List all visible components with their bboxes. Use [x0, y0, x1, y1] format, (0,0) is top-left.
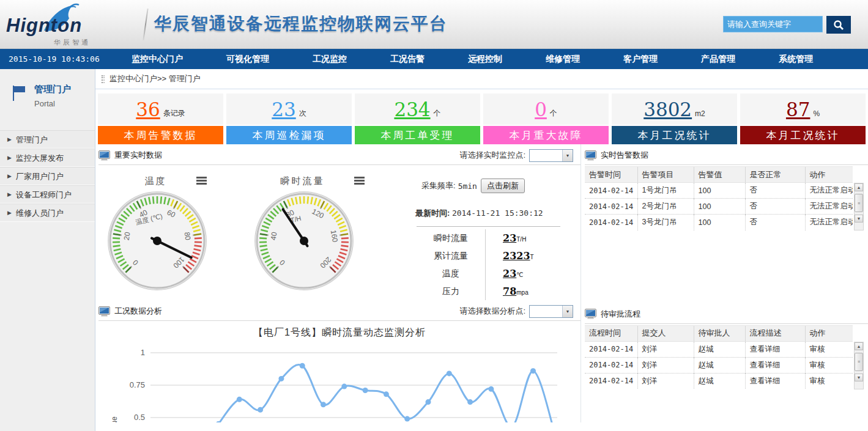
table-cell: 赵城: [694, 341, 745, 357]
metric-row-3: 压力78mpa: [417, 282, 560, 300]
latest-time-label: 最新时间:: [415, 208, 450, 218]
table-cell: 3号龙门吊: [637, 215, 694, 230]
realtime-section-header: 重要实时数据 请选择实时监控点: ▼: [98, 146, 581, 165]
svg-text:1: 1: [141, 348, 145, 357]
analysis-point-select[interactable]: ▼: [529, 305, 573, 318]
hamburger-menu-icon[interactable]: [354, 177, 365, 186]
data-table: 流程时间提交人待审批人流程描述动作2014-02-14刘洋赵城查看详细审核201…: [585, 325, 853, 389]
sidebar-item-1[interactable]: ▶监控大屏发布: [0, 149, 95, 167]
stat-label: 本月重大故障: [483, 126, 609, 144]
data-table: 告警时间告警项目告警值是否正常动作2014-02-141号龙门吊100否无法正常…: [585, 166, 853, 230]
temperature-gauge: 020406080100温度 (℃): [106, 190, 209, 292]
approval-section-title: 待审批流程: [601, 309, 640, 320]
sidebar-portal-header: 管理门户 Portal: [0, 69, 95, 114]
scrollbar[interactable]: ▲≡▼: [854, 342, 864, 389]
nav-item-4[interactable]: 远程控制: [468, 54, 502, 65]
nav-item-1[interactable]: 可视化管理: [226, 54, 269, 65]
table-header-row: 流程时间提交人待审批人流程描述动作: [585, 325, 853, 341]
scroll-down-icon[interactable]: ▼: [855, 374, 863, 381]
nav-item-7[interactable]: 产品管理: [701, 54, 735, 65]
metric-unit: ℃: [516, 271, 523, 278]
svg-text:80: 80: [182, 231, 192, 241]
search-button[interactable]: [826, 16, 851, 34]
analysis-point-select-label: 请选择数据分析点:: [459, 306, 525, 317]
metric-row-0: 瞬时流量23T/H: [417, 229, 560, 247]
scrollbar-thumb[interactable]: ≡: [855, 353, 863, 371]
metric-label: 瞬时流量: [417, 233, 485, 244]
sidebar-item-3[interactable]: ▶设备工程师门户: [0, 185, 95, 204]
column-header: 是否正常: [745, 167, 805, 183]
stat-card-4[interactable]: 3802m2本月工况统计: [612, 94, 737, 144]
sidebar-item-2[interactable]: ▶厂家用户门户: [0, 167, 95, 185]
table-row[interactable]: 2014-02-142号龙门吊100否无法正常启动: [585, 199, 853, 215]
table-row[interactable]: 2014-02-141号龙门吊100否无法正常启动: [585, 183, 853, 199]
table-row[interactable]: 2014-02-14刘洋赵城查看详细审核: [585, 373, 853, 389]
metric-value: 23: [503, 232, 516, 244]
monitor-point-select[interactable]: ▼: [529, 149, 573, 162]
chart-title: 【电厂1号线】瞬时流量动态监测分析: [98, 326, 581, 339]
table-row[interactable]: 2014-02-14刘洋赵城查看详细审核: [585, 341, 853, 357]
stat-value-area: 3802m2: [612, 94, 737, 125]
metric-label: 压力: [417, 286, 485, 297]
nav-item-8[interactable]: 系统管理: [779, 54, 813, 65]
column-header: 动作: [805, 167, 853, 183]
stat-unit: 次: [299, 108, 306, 119]
table-cell: 赵城: [694, 357, 745, 373]
nav-items: 监控中心门户可视化管理工况监控工况告警远程控制维修管理客户管理产品管理系统管理: [132, 54, 868, 65]
stat-value-area: 0个: [483, 94, 609, 125]
metric-row-2: 温度23℃: [417, 265, 560, 282]
scrollbar-thumb[interactable]: ≡: [855, 194, 863, 212]
table-row[interactable]: 2014-02-14刘洋赵城查看详细审核: [585, 357, 853, 373]
metric-value-wrap: 78mpa: [485, 282, 529, 300]
stat-card-1[interactable]: 23次本周巡检漏项: [226, 94, 352, 144]
hamburger-menu-icon[interactable]: [196, 177, 207, 186]
scrollbar[interactable]: ▲≡▼: [854, 183, 864, 230]
breadcrumb[interactable]: 监控中心门户>> 管理门户: [95, 69, 868, 89]
nav-item-2[interactable]: 工况监控: [313, 54, 347, 65]
table-cell: 查看详细: [745, 373, 805, 389]
search-input[interactable]: [723, 16, 823, 32]
scroll-down-icon[interactable]: ▼: [855, 215, 863, 223]
scroll-up-icon[interactable]: ▲: [855, 183, 863, 191]
monitor-icon: [585, 150, 596, 161]
metrics-list: 瞬时流量23T/H累计流量2323T温度23℃压力78mpa: [417, 226, 560, 300]
top-header: Hignton 华辰智通 华辰智通设备远程监控物联网云平台: [0, 0, 868, 49]
nav-item-5[interactable]: 维修管理: [546, 54, 580, 65]
stat-unit: 个: [434, 108, 441, 119]
nav-timestamp: 2015-10-19 10:43:06: [0, 54, 132, 64]
table-cell: 刘洋: [637, 357, 694, 373]
logo: Hignton 华辰智通: [6, 4, 144, 46]
table-cell: 无法正常启动: [805, 183, 853, 199]
nav-item-3[interactable]: 工况告警: [390, 54, 425, 65]
stat-card-5[interactable]: 87%本月工况统计: [740, 94, 866, 144]
sidebar-item-label: 维修人员门户: [16, 208, 64, 218]
nav-item-0[interactable]: 监控中心门户: [132, 54, 183, 65]
monitor-point-select-value: [530, 150, 562, 161]
sidebar-item-4[interactable]: ▶维修人员门户: [0, 204, 95, 222]
metric-value: 2323: [503, 250, 530, 262]
gauge-temperature: 温度 020406080100温度 (℃): [106, 172, 245, 300]
stat-card-3[interactable]: 0个本月重大故障: [483, 94, 609, 144]
dropdown-arrow-icon[interactable]: ▼: [562, 306, 573, 317]
stat-card-2[interactable]: 234个本周工单受理: [355, 94, 480, 144]
metric-value-wrap: 23℃: [485, 265, 524, 282]
table-cell: 查看详细: [745, 357, 805, 373]
refresh-button[interactable]: 点击刷新: [481, 179, 525, 193]
scroll-up-icon[interactable]: ▲: [855, 342, 863, 350]
dropdown-arrow-icon[interactable]: ▼: [562, 150, 573, 161]
right-column: 实时告警数据 告警时间告警项目告警值是否正常动作2014-02-141号龙门吊1…: [581, 144, 868, 422]
table-cell: 2014-02-14: [585, 183, 637, 199]
realtime-values-panel: 采集频率: 5min 点击刷新 最新时间: 2014-11-21 15:30:1…: [392, 172, 581, 300]
stat-value-area: 87%: [740, 94, 866, 125]
stat-card-0[interactable]: 36条记录本周告警数据: [98, 94, 223, 144]
sidebar-item-0[interactable]: ▶管理门户: [0, 130, 95, 149]
stat-value: 23: [272, 98, 295, 120]
column-header: 流程描述: [745, 325, 805, 341]
freq-label: 采集频率:: [421, 180, 456, 191]
flow-gauge: 04080120160200T/H: [253, 190, 355, 292]
stat-unit: 条记录: [163, 108, 185, 119]
sidebar-item-label: 厂家用户门户: [16, 172, 64, 181]
nav-item-6[interactable]: 客户管理: [623, 54, 658, 65]
table-row[interactable]: 2014-02-143号龙门吊100否无法正常启动: [585, 215, 853, 230]
svg-text:value: value: [110, 416, 119, 422]
